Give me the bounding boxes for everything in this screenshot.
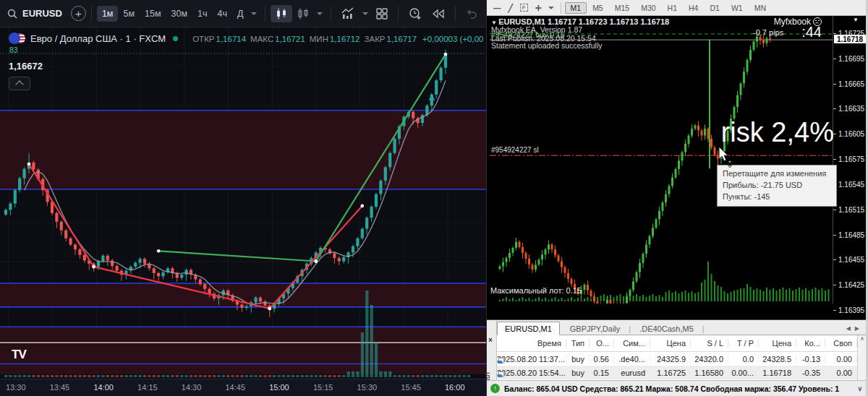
candles-style-button[interactable] (271, 5, 292, 22)
table-header-cell[interactable]: T / P (728, 339, 759, 348)
time-axis-label: 15:30 (357, 383, 378, 392)
trendline-tool-icon[interactable]: ╱ (509, 4, 513, 12)
table-header-cell[interactable]: S / L (691, 339, 728, 348)
table-cell: -0.35 (796, 369, 825, 377)
timeframe-switcher: 1м5м15м30м1ч4чД (97, 6, 249, 22)
chevron-down-icon[interactable] (251, 12, 257, 15)
tradingview-logo[interactable]: TV (12, 348, 26, 362)
table-cell: 2025.08.20 15:54... (497, 369, 566, 377)
time-axis-label: 13:45 (50, 383, 70, 392)
tv-timeframe-30м[interactable]: 30м (166, 6, 193, 22)
mt-timeframe-M1[interactable]: M1 (565, 2, 587, 14)
table-row[interactable]: 2025.08.20 15:54...buy0.15eurusd1.167251… (497, 366, 867, 379)
tv-timeframe-15м[interactable]: 15м (140, 6, 166, 22)
mt-timeframe-M30[interactable]: M30 (635, 2, 661, 14)
legend-collapse-button[interactable] (9, 77, 30, 90)
table-header-cell[interactable]: Цена (759, 339, 796, 348)
zigzag-segment[interactable] (158, 251, 316, 261)
tv-timeframe-Д[interactable]: Д (232, 6, 248, 22)
mt-timeframe-H1[interactable]: H1 (662, 2, 683, 14)
chart-tab-eurusd-m1[interactable]: EURUSD,M1 (497, 322, 560, 335)
table-cell: -0.13 (796, 355, 825, 363)
order-doc-icon (498, 358, 504, 363)
order-doc-icon (498, 371, 504, 377)
chart-title[interactable]: Евро / Доллар США · 1 · FXCM (30, 33, 166, 44)
ohlc-values: ОТКР1,16714МАКС1,16721МИН1,16712ЗАКР1,16… (188, 35, 417, 43)
shaded-zone (0, 283, 486, 307)
mt-timeframe-M5[interactable]: M5 (587, 2, 609, 14)
bar-style-button[interactable] (292, 5, 314, 22)
table-header-cell[interactable]: О... (590, 339, 614, 348)
chevron-down-icon[interactable] (317, 12, 323, 15)
price-axis-label: 1.16545 (838, 181, 864, 189)
chevron-down-icon[interactable]: ∨ (857, 385, 862, 392)
price-change: +0,00003 (+0,00 (422, 35, 483, 43)
chart-tab-gbpjpy-daily[interactable]: GBPJPY,Daily (563, 322, 628, 335)
table-cell: 1.16718 (759, 369, 796, 377)
chevron-down-icon[interactable] (548, 7, 554, 9)
tv-legend[interactable]: Евро / Доллар США · 1 · FXCM ОТКР1,16714… (9, 33, 483, 45)
toolbar-divider (331, 6, 331, 22)
tab-divider: | (627, 322, 632, 335)
ohlc-value: 1,16712 (330, 35, 360, 43)
table-header-cell[interactable]: Своп (825, 339, 857, 348)
replay-icon[interactable] (427, 6, 450, 22)
mt-timeframe-MN[interactable]: MN (749, 2, 772, 14)
alert-add-icon[interactable] (404, 5, 427, 22)
mt-price-scale[interactable]: 1.167251.166951.166651.166351.166051.165… (833, 16, 867, 304)
time-axis-label: 14:15 (137, 383, 158, 392)
trade-table: ВремяТипО...Сим...ЦенаS / LT / PЦенаКо..… (497, 335, 867, 380)
mt-timeframe-H4[interactable]: H4 (683, 2, 704, 14)
mt-price-chart[interactable] (487, 16, 833, 304)
connection-status-icon: ↑ (490, 384, 500, 393)
table-header-cell[interactable]: Ко... (796, 339, 825, 348)
metatrader-window: — ╱ F ✛ M1M5M15M30H1H4D1W1MN ▼ EURUSD,M1… (486, 0, 868, 396)
ohlc-value: 1,16717 (387, 35, 417, 43)
table-row[interactable]: 2025.08.20 11:37...buy0.56.de40...24325.… (497, 352, 867, 366)
chart-tab--de40cash-m5[interactable]: .DE40Cash,M5 (632, 322, 701, 335)
price-axis-label: 1.16395 (838, 306, 864, 314)
stoploss-line-label[interactable]: #954924227 sl (491, 146, 539, 154)
scroll-marker-icon[interactable]: ▼ (853, 17, 859, 23)
price-axis-label: 1.16575 (838, 155, 864, 163)
mt-timeframe-D1[interactable]: D1 (704, 2, 725, 14)
chevron-down-icon[interactable] (362, 12, 368, 15)
undo-icon[interactable] (461, 6, 482, 22)
fibonacci-tool-icon[interactable]: F (520, 4, 528, 12)
price-axis-label: 1.16515 (838, 206, 864, 214)
tv-timeframe-1ч[interactable]: 1ч (192, 6, 212, 22)
tab-scroll-arrows[interactable]: ◀▶ (846, 325, 864, 332)
tv-timeframe-1м[interactable]: 1м (97, 6, 119, 22)
tv-timeframe-4ч[interactable]: 4ч (212, 6, 231, 22)
toolbar-divider (455, 6, 456, 22)
mt-timeframe-W1[interactable]: W1 (726, 2, 749, 14)
tv-time-axis[interactable]: 13:3013:4514:0014:1514:3014:4515:0015:15… (0, 379, 486, 396)
horizontal-line-tool-icon[interactable]: — (493, 4, 501, 12)
table-header-cell[interactable]: Сим... (614, 339, 650, 348)
pips-label: -0.7 pips (753, 28, 783, 37)
search-icon[interactable] (7, 9, 17, 19)
time-axis-label: 14:45 (226, 383, 246, 392)
tv-timeframe-5м[interactable]: 5м (118, 6, 140, 22)
shapes-tool-icon[interactable]: ✛ (535, 4, 542, 12)
table-header-cell[interactable]: Цена (650, 339, 691, 348)
symbol-search[interactable]: EURUSD (22, 8, 62, 19)
layout-grid-button[interactable] (371, 5, 393, 22)
table-cell: 0.56 (590, 355, 614, 363)
candle-countdown-clock: :44 (801, 24, 822, 40)
mt-timeframe-M15[interactable]: M15 (609, 2, 635, 14)
compare-add-button[interactable]: + (71, 6, 86, 21)
mt-chart-area[interactable]: ▼ EURUSD,M1 1.16717 1.16723 1.16713 1.16… (487, 16, 867, 304)
tab-divider: | (701, 322, 706, 335)
table-header-cell[interactable]: Время (497, 339, 566, 348)
last-price-marker (429, 95, 435, 100)
indicators-button[interactable] (336, 5, 359, 22)
account-status-bar: ↑ Баланс: 865.04 USD Средства: 865.21 Ма… (487, 380, 867, 396)
tv-price-chart[interactable] (0, 27, 486, 379)
risk-label: risk 2,4% (711, 117, 834, 148)
table-cell: 0.15 (590, 369, 614, 377)
close-icon[interactable]: × (488, 336, 493, 344)
table-header-cell[interactable]: Тип (566, 339, 590, 348)
table-cell: .de40... (614, 355, 650, 363)
table-cell: buy (566, 355, 590, 363)
